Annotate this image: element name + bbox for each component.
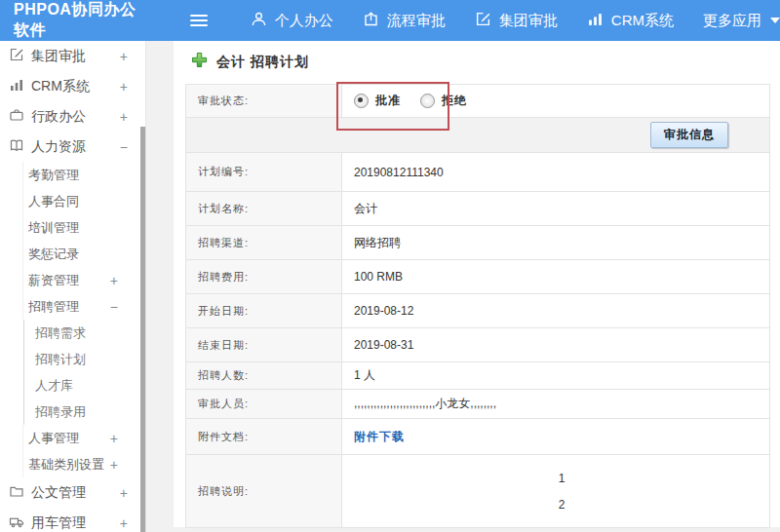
field-row-end-date: 结束日期: 2019-08-31 (186, 328, 769, 362)
field-value: ,,,,,,,,,,,,,,,,,,,,,,,,,小龙女,,,,,,,, (342, 390, 769, 418)
sidebar-item-base-category-settings[interactable]: 基础类别设置 + (22, 451, 145, 477)
truck-icon (9, 513, 31, 532)
approval-status-radio-group: 批准 拒绝 (354, 93, 487, 109)
field-label: 审批状态: (186, 85, 342, 117)
nav-item-label: 个人办公 (275, 12, 333, 30)
expand-icon[interactable]: + (120, 515, 128, 531)
field-value: 100 RMB (342, 260, 769, 293)
field-row-approvers: 审批人员: ,,,,,,,,,,,,,,,,,,,,,,,,,小龙女,,,,,,… (186, 390, 769, 419)
collapse-icon[interactable]: − (110, 299, 118, 315)
content-panel: 会计 招聘计划 审批状态: 批准 拒绝 (174, 41, 780, 527)
sidebar-item-vehicle-mgmt[interactable]: 用车管理 + (0, 508, 145, 532)
nav-item-personal-office[interactable]: 个人办公 (251, 11, 333, 30)
expand-icon[interactable]: + (110, 457, 118, 473)
sidebar-item-recruitment-mgmt[interactable]: 招聘管理 − (22, 293, 145, 320)
field-row-plan-number: 计划编号: 20190812111340 (186, 153, 769, 192)
sidebar-item-attendance[interactable]: 考勤管理 (22, 162, 145, 188)
radio-button-selected-icon[interactable] (354, 94, 369, 108)
edit-square-icon (9, 47, 31, 65)
add-plus-icon (191, 52, 216, 72)
bar-chart-icon (9, 77, 31, 95)
field-row-plan-name: 计划名称: 会计 (186, 192, 769, 226)
upload-icon (363, 11, 387, 30)
field-value: 网络招聘 (342, 226, 769, 259)
sidebar-item-reward-punishment[interactable]: 奖惩记录 (22, 241, 145, 267)
field-row-description: 招聘说明: 1 2 (186, 455, 769, 528)
radio-option-reject[interactable]: 拒绝 (420, 93, 467, 109)
field-row-start-date: 开始日期: 2019-08-12 (186, 294, 769, 328)
field-row-headcount: 招聘人数: 1 人 (186, 362, 769, 390)
expand-icon[interactable]: + (120, 109, 128, 125)
sidebar-item-group-approval[interactable]: 集团审批 + (0, 41, 145, 71)
field-value: 2019-08-31 (342, 328, 769, 361)
nav-item-label: 集团审批 (499, 12, 558, 30)
page-title-row: 会计 招聘计划 (191, 52, 309, 72)
sidebar-item-recruitment-plan[interactable]: 招聘计划 (23, 346, 145, 372)
field-value: 会计 (342, 192, 769, 225)
edit-square-icon (475, 11, 499, 30)
nav-item-crm[interactable]: CRM系统 (587, 11, 674, 30)
nav-item-label: 流程审批 (387, 12, 446, 30)
field-value: 2019-08-12 (342, 294, 769, 327)
sidebar-item-salary[interactable]: 薪资管理 + (22, 267, 145, 293)
field-value: 20190812111340 (342, 153, 769, 191)
sidebar-item-talent-pool[interactable]: 人才库 (23, 372, 145, 399)
nav-item-label: CRM系统 (611, 12, 674, 30)
collapse-icon[interactable]: − (120, 139, 128, 155)
approval-info-button[interactable]: 审批信息 (650, 122, 728, 148)
sidebar-item-personnel-mgmt[interactable]: 人事管理 + (22, 425, 145, 451)
nav-item-label: 更多应用 (703, 12, 761, 30)
field-row-approval-status: 审批状态: 批准 拒绝 (186, 85, 769, 118)
field-row-recruit-cost: 招聘费用: 100 RMB (186, 260, 769, 294)
sidebar-item-document-mgmt[interactable]: 公文管理 + (0, 477, 145, 508)
field-row-recruit-channel: 招聘渠道: 网络招聘 (186, 226, 769, 260)
folder-icon (9, 483, 31, 502)
main-content-area: 会计 招聘计划 审批状态: 批准 拒绝 (146, 41, 780, 532)
field-value: 1 人 (342, 362, 769, 389)
description-line: 1 (559, 472, 566, 485)
briefcase-icon (9, 107, 31, 126)
expand-icon[interactable]: + (110, 431, 118, 446)
sidebar-item-training[interactable]: 培训管理 (22, 214, 145, 241)
sidebar: 集团审批 + CRM系统 + 行政办公 + 人力资源 − 考勤管理 人事合同 培… (0, 41, 146, 532)
book-icon (9, 137, 31, 156)
nav-item-workflow-approval[interactable]: 流程审批 (363, 11, 446, 30)
app-logo: PHPOA协同办公软件 (0, 0, 145, 41)
expand-icon[interactable]: + (120, 79, 128, 95)
description-line: 2 (559, 498, 566, 512)
caret-down-icon (770, 18, 780, 23)
nav-item-more-apps[interactable]: 更多应用 (703, 12, 780, 30)
nav-item-group-approval[interactable]: 集团审批 (475, 11, 558, 30)
expand-icon[interactable]: + (120, 485, 128, 501)
sidebar-item-recruitment-hire[interactable]: 招聘录用 (23, 399, 145, 425)
sidebar-item-crm[interactable]: CRM系统 + (0, 71, 145, 101)
bar-chart-icon (587, 11, 611, 30)
top-nav: 个人办公 流程审批 集团审批 CRM系统 更多应用 (221, 11, 780, 30)
sidebar-item-admin-office[interactable]: 行政办公 + (0, 101, 145, 132)
radio-option-approve[interactable]: 批准 (354, 93, 401, 109)
sidebar-item-recruitment-need[interactable]: 招聘需求 (23, 320, 145, 346)
radio-button-icon[interactable] (420, 94, 435, 108)
sidebar-scrollbar[interactable] (140, 127, 145, 532)
user-icon (251, 11, 275, 30)
sidebar-item-hr-contract[interactable]: 人事合同 (22, 188, 145, 214)
attachment-download-link[interactable]: 附件下载 (354, 429, 405, 445)
expand-icon[interactable]: + (110, 273, 118, 288)
hamburger-menu-icon[interactable] (190, 12, 208, 29)
recruitment-plan-detail-table: 审批状态: 批准 拒绝 审批信息 (185, 84, 770, 528)
page-title: 会计 招聘计划 (216, 54, 309, 71)
field-row-attachment: 附件文档: 附件下载 (186, 419, 769, 455)
sidebar-item-hr[interactable]: 人力资源 − (0, 132, 145, 162)
approval-button-row: 审批信息 (186, 118, 769, 153)
top-navigation-bar: PHPOA协同办公软件 个人办公 流程审批 集团审批 CRM系统 更多应用 (0, 0, 780, 41)
expand-icon[interactable]: + (120, 49, 128, 64)
